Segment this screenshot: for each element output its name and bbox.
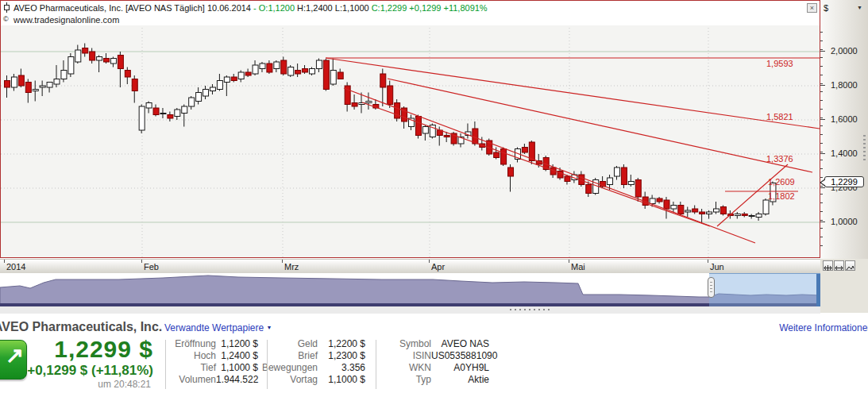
major-tick [820, 187, 825, 188]
minor-tick [820, 100, 823, 101]
price-axis-label: 1,4000 [831, 148, 858, 158]
quote-row: TypAktie [0, 374, 489, 386]
minor-tick [820, 168, 823, 169]
minor-tick [820, 49, 823, 50]
column-separator [267, 340, 268, 389]
time-axis-tick [282, 260, 283, 263]
quote-column: SymbolAVEO NASISINUS0535881090WKNA0YH9LT… [0, 338, 489, 386]
minor-tick [820, 228, 823, 229]
candlestick-chart[interactable] [1, 1, 820, 257]
instrument-label: AVEO Pharmaceuticals, Inc. [AVEO NAS Täg… [14, 3, 253, 13]
minor-tick [820, 220, 823, 221]
quote-value: Aktie [431, 374, 489, 386]
currency-selector[interactable]: $ ▼ [824, 3, 865, 14]
trendline-value-label: 1,2609 [768, 177, 795, 187]
copyright-icon: © [3, 15, 9, 23]
minor-tick [820, 143, 823, 144]
pane-splitter [0, 306, 820, 314]
minor-tick [820, 202, 823, 203]
minor-tick [820, 177, 823, 178]
chevron-down-icon: ▼ [267, 325, 272, 330]
minor-tick [820, 83, 823, 84]
price-axis-label: 2,0000 [831, 46, 858, 56]
time-axis-label: Feb [144, 262, 159, 272]
quote-label: WKN [0, 362, 431, 374]
minor-tick [820, 32, 823, 33]
minor-tick [820, 109, 823, 110]
major-tick [820, 119, 825, 120]
highlow-value: H:1,2400 L:1,1000 [297, 3, 372, 13]
minor-tick [820, 91, 823, 92]
quote-label: Symbol [0, 338, 431, 350]
minor-tick [820, 75, 823, 75]
grip-ridges-icon [710, 282, 712, 293]
related-securities-link[interactable]: Verwandte Wertpapiere ▼ [164, 322, 272, 333]
navigator-selection-edge[interactable] [816, 274, 820, 306]
minor-tick [820, 118, 823, 118]
quote-row: WKNA0YH9L [0, 362, 489, 374]
trendline-value-label: 1,9593 [766, 59, 793, 68]
minor-tick [820, 245, 823, 246]
price-axis-label: 1,6000 [831, 114, 858, 124]
chart-navigator[interactable] [0, 273, 820, 306]
trendline-value-label: 1,3376 [766, 154, 793, 164]
trendline-value-label: 1,5821 [766, 112, 793, 121]
time-axis-tick [429, 260, 430, 263]
time-axis-label: Jun [710, 262, 724, 272]
last-price-marker: 1,2299 [824, 176, 864, 187]
price-axis[interactable]: $ ▼ 2,00001,80001,60001,40001,20001,0000… [820, 0, 868, 259]
minor-tick [820, 134, 823, 135]
currency-label: $ [824, 3, 828, 13]
time-axis-label: Mai [571, 262, 585, 272]
chevron-down-icon: ▼ [857, 5, 862, 10]
time-axis-tick [569, 260, 569, 263]
candlestick-icon [3, 2, 10, 14]
zigzag-icon[interactable] [845, 260, 855, 271]
minor-tick [820, 160, 823, 160]
open-value: - O:1,1200 [253, 3, 297, 13]
time-axis-tick [141, 260, 142, 263]
close-icon[interactable]: × [807, 3, 817, 13]
axis-resize-grip[interactable] [863, 135, 866, 162]
time-axis-tick [4, 260, 5, 263]
minor-tick [820, 66, 823, 67]
chart-title-bar: AVEO Pharmaceuticals, Inc. [AVEO NAS Täg… [1, 1, 820, 25]
minor-tick [820, 211, 823, 212]
axis-corner [820, 259, 868, 313]
quote-row: ISINUS0535881090 [0, 350, 489, 362]
column-separator [376, 340, 376, 389]
quote-panel: AVEO Pharmaceuticals, Inc. Verwandte Wer… [0, 314, 868, 393]
splitter-grip-icon[interactable] [510, 309, 553, 310]
trendline-value-label: 1,1802 [768, 191, 795, 201]
quote-value: AVEO NAS [431, 338, 489, 350]
quote-label: ISIN [0, 350, 431, 362]
quote-value: US0535881090 [431, 350, 489, 362]
chart-widget: AVEO Pharmaceuticals, Inc. [AVEO NAS Täg… [0, 0, 820, 258]
minor-tick [820, 152, 823, 152]
major-tick [820, 222, 825, 222]
quote-value: A0YH9L [431, 362, 489, 374]
major-tick [820, 85, 825, 86]
major-tick [820, 51, 825, 52]
more-information-link[interactable]: Weitere Informationen [779, 322, 868, 333]
time-axis-label: Apr [431, 262, 445, 272]
minor-tick [820, 40, 823, 41]
time-axis[interactable]: 2014FebMrzAprMaiJun [0, 259, 820, 273]
close-value: C:1,2299 +0,1299 +11,8091% [372, 3, 488, 13]
candles [5, 44, 776, 223]
screen: AVEO Pharmaceuticals, Inc. [AVEO NAS Täg… [0, 0, 868, 393]
time-axis-label: Mrz [284, 262, 299, 272]
price-axis-label: 1,0000 [831, 217, 858, 226]
instrument-headline: AVEO Pharmaceuticals, Inc. [0, 320, 162, 334]
navigator-selection[interactable] [709, 273, 820, 306]
watermark: www.tradesignalonline.com [14, 15, 119, 25]
minor-tick [820, 57, 823, 58]
scroll-bar-icon[interactable] [823, 260, 833, 271]
price-axis-label: 1,8000 [831, 80, 858, 90]
quote-row: SymbolAVEO NAS [0, 338, 489, 350]
major-tick [820, 153, 825, 154]
navigator-handle[interactable] [708, 277, 715, 298]
minor-tick [820, 125, 823, 126]
pan-icon[interactable] [834, 260, 844, 271]
navigator-area-chart [0, 273, 820, 306]
